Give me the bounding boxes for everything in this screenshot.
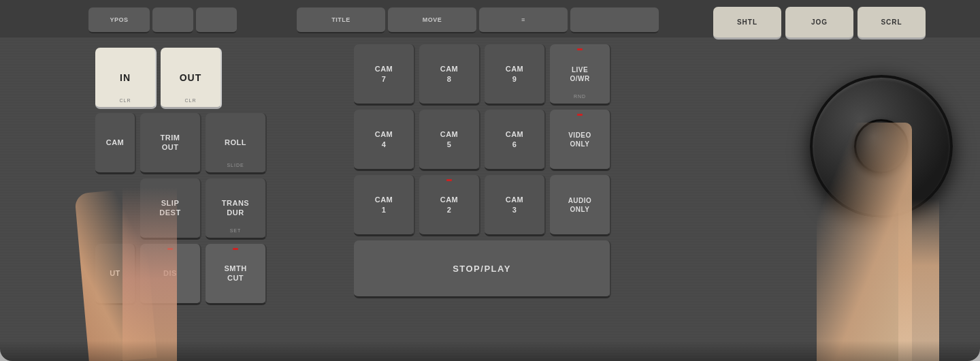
jog-key[interactable]: JOG bbox=[785, 7, 853, 40]
transport-row: SHTL JOG SCRL bbox=[713, 7, 926, 40]
stop-play-key[interactable]: STOP/PLAY bbox=[354, 240, 611, 298]
video-only-indicator bbox=[577, 114, 583, 116]
live-owr-key[interactable]: LIVE O/WR RND bbox=[550, 44, 611, 106]
title-key[interactable]: TITLE bbox=[297, 7, 385, 33]
audio-only-key[interactable]: AUDIO ONLY bbox=[550, 175, 611, 236]
cam5-key[interactable]: CAM 5 bbox=[419, 110, 480, 171]
cam6-key[interactable]: CAM 6 bbox=[485, 110, 546, 171]
menu-key[interactable]: ≡ bbox=[479, 7, 568, 33]
hand-left-palm bbox=[122, 157, 177, 361]
cam2-key[interactable]: CAM 2 bbox=[419, 175, 480, 236]
cam2-indicator bbox=[446, 179, 452, 181]
ypos-key[interactable]: YPOS bbox=[88, 7, 150, 33]
cam3-key[interactable]: CAM 3 bbox=[485, 175, 546, 236]
shtl-key[interactable]: SHTL bbox=[713, 7, 781, 40]
cam7-key[interactable]: CAM 7 bbox=[354, 44, 415, 106]
in-key[interactable]: IN CLR bbox=[95, 48, 157, 109]
smth-cut-key[interactable]: SMTH CUT bbox=[206, 244, 267, 305]
cam1-key[interactable]: CAM 1 bbox=[354, 175, 415, 236]
trans-dur-key[interactable]: TRANS DUR SET bbox=[206, 178, 267, 240]
live-owr-indicator bbox=[577, 48, 583, 50]
blank-key-2[interactable] bbox=[196, 7, 237, 33]
cam8-key[interactable]: CAM 8 bbox=[419, 44, 480, 106]
scrl-key[interactable]: SCRL bbox=[858, 7, 926, 40]
cam9-key[interactable]: CAM 9 bbox=[485, 44, 546, 106]
hand-right-finger bbox=[898, 170, 939, 361]
video-only-key[interactable]: VIDEO ONLY bbox=[550, 110, 611, 171]
hand-right-palm bbox=[817, 123, 912, 361]
smth-cut-indicator bbox=[233, 248, 238, 250]
blank-key-1[interactable] bbox=[152, 7, 193, 33]
cam-cluster: CAM 7 CAM 8 CAM 9 LIVE O/WR RND CAM 4 CA… bbox=[354, 44, 611, 298]
cam4-key[interactable]: CAM 4 bbox=[354, 110, 415, 171]
out-key[interactable]: OUT CLR bbox=[161, 48, 222, 109]
keyboard-body: YPOS TITLE MOVE ≡ SHTL JOG SCRL IN CLR O… bbox=[0, 0, 980, 361]
move-key[interactable]: MOVE bbox=[388, 7, 476, 33]
roll-key[interactable]: ROLL SLIDE bbox=[206, 113, 267, 174]
blank-key-3[interactable] bbox=[570, 7, 659, 33]
